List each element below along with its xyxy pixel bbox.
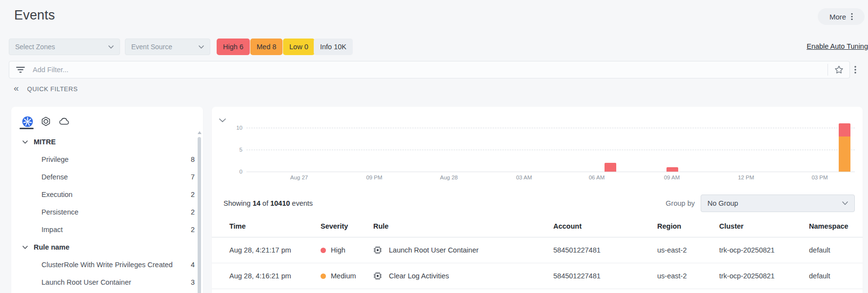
chevron-down-icon xyxy=(22,246,28,249)
events-timeline-chart: Aug 2709 PMAug 2803 AM06 AM09 AM12 PM03 … xyxy=(212,107,863,191)
filter-item-label: ClusterRole With Write Privileges Create… xyxy=(41,261,173,269)
quick-filter-tabs xyxy=(11,107,203,129)
column-header-time[interactable]: Time xyxy=(212,215,321,237)
column-header-cluster[interactable]: Cluster xyxy=(719,215,809,237)
quick-filter-item[interactable]: Execution2 xyxy=(11,186,203,203)
active-tab-underline xyxy=(20,128,34,129)
chart-plot-area: Aug 2709 PMAug 2803 AM06 AM09 AM12 PM03 … xyxy=(246,107,855,172)
quick-filter-item[interactable]: Defense7 xyxy=(11,168,203,186)
save-filter-star-button[interactable] xyxy=(828,65,849,74)
section-title: MITRE xyxy=(34,138,56,146)
cell-severity: Medium xyxy=(321,272,373,280)
total-count: 10410 xyxy=(270,199,290,207)
filter-row: Select Zones Event Source High 6Med 8Low… xyxy=(0,39,868,55)
quick-filters-title: QUICK FILTERS xyxy=(27,85,78,93)
scrollbar-up-arrow[interactable] xyxy=(198,131,202,134)
column-header-severity[interactable]: Severity xyxy=(321,215,373,237)
table-row[interactable]: Aug 28, 4:21:17 pmHighLaunch Root User C… xyxy=(212,237,863,263)
quick-filters-panel: MITREPrivilege8Defense7Execution2Persist… xyxy=(11,107,203,293)
collapse-panel-icon[interactable]: « xyxy=(14,83,19,93)
filter-item-label: Defense xyxy=(41,173,68,181)
section-title: Rule name xyxy=(34,243,69,251)
y-tick-label: 5 xyxy=(223,147,242,153)
cell-time: Aug 28, 4:16:21 pm xyxy=(212,263,321,289)
filter-item-label: Launch Root User Container xyxy=(41,278,131,286)
group-by-label: Group by xyxy=(666,199,695,207)
quick-filter-item[interactable]: Privilege8 xyxy=(11,151,203,168)
filter-bar-kebab-icon[interactable] xyxy=(854,65,856,74)
rule-label: Clear Log Activities xyxy=(389,272,449,280)
filter-item-count: 2 xyxy=(191,191,195,198)
hexagon-tab[interactable] xyxy=(40,116,51,127)
filter-item-count: 3 xyxy=(191,278,195,286)
cloud-tab[interactable] xyxy=(59,116,70,127)
cell-account: 584501227481 xyxy=(553,263,657,289)
x-tick-label: Aug 27 xyxy=(290,175,308,180)
severity-badge-high[interactable]: High 6 xyxy=(217,39,250,55)
column-header-account[interactable]: Account xyxy=(553,215,657,237)
bar-high[interactable] xyxy=(605,163,616,172)
bar-high[interactable] xyxy=(839,123,850,137)
quick-filter-section-mitre[interactable]: MITRE xyxy=(11,133,203,151)
rule-label: Launch Root User Container xyxy=(389,246,479,254)
cell-cluster: trk-ocp-20250821 xyxy=(719,263,809,289)
severity-badge-low[interactable]: Low 0 xyxy=(283,39,315,55)
more-button[interactable]: More xyxy=(818,8,865,25)
quick-filter-item[interactable]: Impact2 xyxy=(11,221,203,238)
x-tick-label: 12 PM xyxy=(738,175,754,180)
bar-medium[interactable] xyxy=(839,137,850,172)
sidebar-scrollbar[interactable] xyxy=(198,137,201,293)
quick-filters-header: « QUICK FILTERS xyxy=(14,85,78,93)
group-by-dropdown[interactable]: No Group xyxy=(701,195,855,212)
gridline-5 xyxy=(246,150,855,150)
cell-time: Aug 28, 4:21:17 pm xyxy=(212,237,321,263)
group-by-value: No Group xyxy=(707,199,738,207)
quick-filter-item[interactable]: ClusterRole With Write Privileges Create… xyxy=(11,256,203,273)
quick-filter-section-rule-name[interactable]: Rule name xyxy=(11,238,203,256)
cell-severity: High xyxy=(321,246,373,254)
bar-high[interactable] xyxy=(666,167,678,172)
events-panel: Aug 2709 PMAug 2803 AM06 AM09 AM12 PM03 … xyxy=(212,107,863,293)
x-axis-line xyxy=(246,172,855,172)
chart-collapse-chevron-icon[interactable] xyxy=(219,118,226,122)
chevron-down-icon xyxy=(842,201,848,205)
column-header-region[interactable]: Region xyxy=(657,215,719,237)
rule-chip-icon xyxy=(373,246,382,254)
cloud-icon xyxy=(59,116,70,127)
enable-auto-tuning-link[interactable]: Enable Auto Tuning xyxy=(807,42,868,50)
results-row: Showing 14 of 10410 events Group by No G… xyxy=(212,191,863,212)
column-header-rule[interactable]: Rule xyxy=(373,215,553,237)
table-row[interactable]: Aug 28, 4:16:21 pmMediumClear Log Activi… xyxy=(212,263,863,289)
cell-cluster: trk-ocp-20250821 xyxy=(719,237,809,263)
severity-badge-med[interactable]: Med 8 xyxy=(250,39,283,55)
filter-item-label: Privilege xyxy=(41,156,69,163)
cell-rule: Launch Root User Container xyxy=(373,246,553,254)
filter-item-label: Impact xyxy=(41,226,63,234)
rule-chip-icon xyxy=(373,272,382,280)
hexagon-icon xyxy=(40,116,51,127)
y-tick-label: 0 xyxy=(223,169,242,175)
x-tick-label: 03 PM xyxy=(811,175,828,180)
more-button-label: More xyxy=(829,13,846,21)
severity-badge-info[interactable]: Info 10K xyxy=(314,39,353,55)
select-zones-value: Select Zones xyxy=(15,43,55,51)
quick-filter-item[interactable]: Persistence2 xyxy=(11,203,203,221)
filter-item-count: 8 xyxy=(191,156,195,163)
severity-label: Medium xyxy=(331,272,356,280)
filter-item-count: 2 xyxy=(191,226,195,234)
x-tick-label: 06 AM xyxy=(589,175,605,180)
select-zones-dropdown[interactable]: Select Zones xyxy=(9,39,120,55)
quick-filter-item[interactable]: Launch Root User Container3 xyxy=(11,273,203,291)
column-header-namespace[interactable]: Namespace xyxy=(809,215,863,237)
event-source-dropdown[interactable]: Event Source xyxy=(125,39,210,55)
y-tick-label: 10 xyxy=(223,125,242,131)
x-tick-label: Aug 28 xyxy=(440,175,458,180)
add-filter-input[interactable] xyxy=(33,66,828,74)
kubernetes-tab[interactable] xyxy=(22,116,33,127)
cell-namespace: default xyxy=(809,237,863,263)
gridline-10 xyxy=(246,128,855,128)
star-icon xyxy=(834,65,844,74)
events-table: TimeSeverityRuleAccountRegionClusterName… xyxy=(212,215,863,289)
kebab-menu-icon xyxy=(851,13,853,20)
results-summary: Showing 14 of 10410 events xyxy=(223,199,313,207)
